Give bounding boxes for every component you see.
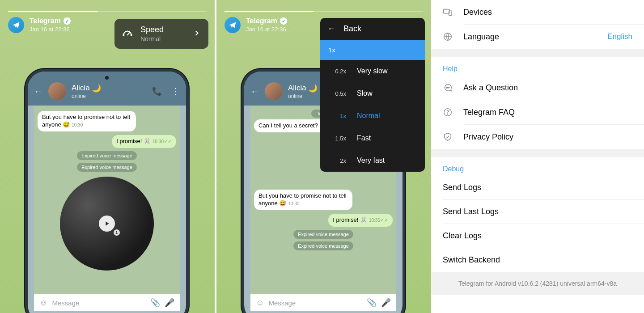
back-arrow-icon[interactable]: ←	[34, 86, 43, 97]
telegram-avatar[interactable]	[8, 17, 24, 33]
settings-footer-version: Telegram for Android v10.6.2 (4281) univ…	[431, 272, 644, 295]
story-panel-speed-menu: Telegram✓ Jan 16 at 22:36 ← Alicia🌙 onli…	[216, 0, 431, 313]
settings-language-value: English	[607, 32, 632, 41]
phone-notch	[105, 76, 109, 80]
microphone-icon[interactable]: 🎤	[165, 298, 174, 308]
emoji-icon[interactable]: ☺	[39, 298, 47, 308]
svg-rect-2	[444, 9, 449, 13]
svg-point-7	[449, 87, 449, 88]
expired-voice-chip: Expired voice message	[77, 163, 137, 172]
debug-section-title: Debug	[431, 157, 644, 176]
view-once-icon: 1	[114, 229, 120, 236]
paper-plane-icon	[229, 21, 237, 29]
speed-option-slow[interactable]: 0.5xSlow	[320, 82, 425, 105]
help-section-title: Help	[431, 57, 644, 76]
speed-option-fast[interactable]: 1.5xFast	[320, 127, 425, 149]
attach-icon[interactable]: 📎	[150, 298, 160, 308]
settings-language-label: Language	[463, 32, 499, 42]
phone-icon[interactable]: 📞	[152, 86, 162, 96]
settings-panel[interactable]: Devices Language English Help Ask a Ques…	[431, 0, 644, 313]
settings-faq[interactable]: Telegram FAQ	[431, 100, 644, 124]
story-timestamp: Jan 16 at 22:36	[30, 26, 71, 33]
round-video-message[interactable]: 1	[60, 177, 154, 271]
speed-current[interactable]: 1x	[320, 40, 425, 60]
svg-point-6	[447, 87, 448, 88]
chat-body[interactable]: But you have to promise not to tell anyo…	[34, 106, 180, 311]
contact-avatar[interactable]	[48, 82, 66, 100]
emoji-icon[interactable]: ☺	[256, 298, 264, 308]
speed-option-normal[interactable]: 1xNormal	[320, 105, 425, 127]
play-icon[interactable]	[99, 216, 115, 232]
svg-point-1	[131, 34, 132, 35]
settings-clear-logs[interactable]: Clear Logs	[431, 224, 644, 248]
settings-switch-backend[interactable]: Switch Backend	[431, 248, 644, 272]
telegram-avatar[interactable]	[225, 17, 241, 33]
paper-plane-icon	[12, 21, 20, 29]
verified-icon: ✓	[280, 17, 287, 25]
more-icon[interactable]: ⋮	[172, 86, 180, 96]
back-arrow-icon[interactable]: ←	[250, 86, 259, 97]
speed-label: Speed	[140, 25, 164, 34]
settings-faq-label: Telegram FAQ	[463, 108, 515, 117]
expired-voice-chip: Expired voice message	[77, 151, 137, 160]
settings-privacy-label: Privacy Policy	[463, 132, 513, 142]
contact-status: online	[288, 93, 318, 99]
status-emoji: 🌙	[92, 84, 101, 93]
contact-avatar[interactable]	[265, 82, 283, 100]
status-emoji: 🌙	[308, 84, 318, 93]
speed-menu: ← Back 1x 0.2xVery slow 0.5xSlow 1xNorma…	[320, 18, 425, 172]
svg-point-0	[123, 34, 124, 35]
author-name: Telegram	[246, 17, 277, 25]
message-incoming[interactable]: But you have to promise not to tell anyo…	[254, 190, 352, 210]
settings-devices[interactable]: Devices	[431, 0, 644, 24]
microphone-icon[interactable]: 🎤	[381, 298, 391, 308]
settings-send-last-logs[interactable]: Send Last Logs	[431, 200, 644, 224]
settings-ask-question[interactable]: Ask a Question	[431, 76, 644, 100]
attach-icon[interactable]: 📎	[367, 298, 377, 308]
settings-send-logs[interactable]: Send Logs	[431, 176, 644, 199]
expired-voice-chip: Expired voice message	[293, 230, 353, 239]
message-input[interactable]: Message	[52, 299, 146, 307]
section-gap	[431, 149, 644, 157]
story-author[interactable]: Telegram✓ Jan 16 at 22:36	[246, 17, 287, 33]
settings-ask-label: Ask a Question	[463, 83, 518, 93]
author-name: Telegram	[30, 17, 61, 25]
chat-bubble-icon	[443, 83, 453, 93]
story-timestamp: Jan 16 at 22:36	[246, 26, 287, 33]
chevron-right-icon	[192, 29, 201, 39]
message-outgoing[interactable]: I promise! 🐰10:30✓✓	[112, 135, 176, 148]
message-input-bar: ☺ Message 📎 🎤	[34, 294, 180, 311]
shield-check-icon	[443, 132, 453, 142]
message-input[interactable]: Message	[268, 299, 362, 307]
story-panel-speed: Telegram✓ Jan 16 at 22:36 Speed Normal ←…	[0, 0, 215, 313]
message-outgoing[interactable]: I promise! 🐰10:30✓✓	[328, 214, 393, 227]
section-gap	[431, 49, 644, 57]
svg-point-9	[447, 114, 448, 114]
phone-mock-1: ← Alicia🌙 online 📞 ⋮ But you have to pro…	[28, 72, 186, 313]
contact-name: Alicia	[72, 84, 90, 93]
speed-option-very-slow[interactable]: 0.2xVery slow	[320, 60, 425, 82]
verified-icon: ✓	[64, 17, 71, 25]
message-incoming[interactable]: But you have to promise not to tell anyo…	[38, 111, 136, 131]
back-label: Back	[343, 24, 361, 34]
arrow-left-icon: ←	[327, 24, 335, 34]
settings-privacy[interactable]: Privacy Policy	[431, 125, 644, 149]
svg-point-5	[446, 87, 447, 88]
devices-icon	[443, 7, 453, 17]
speed-value: Normal	[140, 35, 164, 42]
speed-menu-back[interactable]: ← Back	[320, 18, 425, 40]
speed-control[interactable]: Speed Normal	[114, 19, 208, 49]
message-input-bar: ☺ Message 📎 🎤	[250, 294, 396, 311]
expired-voice-chip: Expired voice message	[293, 241, 353, 250]
contact-name: Alicia	[288, 84, 306, 93]
question-circle-icon	[443, 107, 453, 117]
settings-devices-label: Devices	[463, 8, 492, 17]
contact-status: online	[72, 93, 101, 99]
speed-option-very-fast[interactable]: 2xVery fast	[320, 149, 425, 172]
globe-icon	[443, 32, 453, 42]
speedometer-icon	[122, 27, 133, 41]
settings-language[interactable]: Language English	[431, 25, 644, 49]
story-author[interactable]: Telegram✓ Jan 16 at 22:36	[30, 17, 71, 33]
